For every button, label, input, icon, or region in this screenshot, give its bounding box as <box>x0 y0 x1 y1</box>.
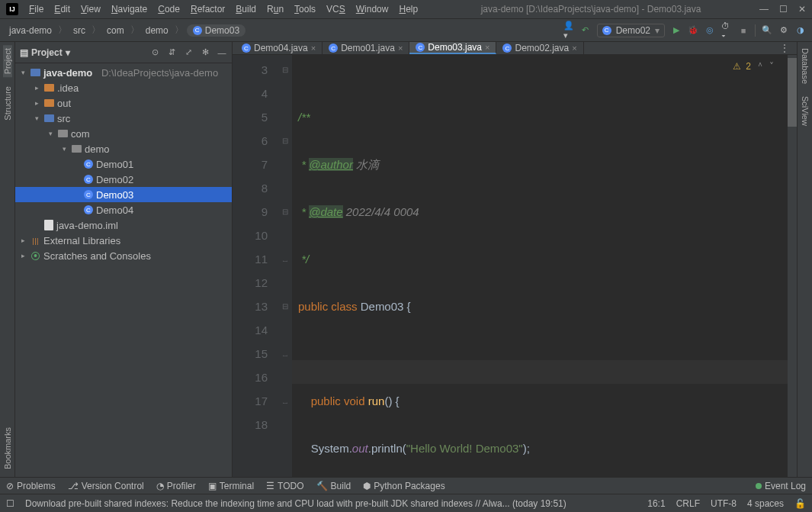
tree-file-demo02[interactable]: CDemo02 <box>15 172 232 187</box>
tabs-menu[interactable]: ⋮ <box>772 43 797 53</box>
run-config-selector[interactable]: CDemo02▾ <box>597 24 665 37</box>
tab-demo03[interactable]: CDemo03.java× <box>409 42 496 54</box>
tab-label: Demo03.java <box>428 42 482 53</box>
fold-marker[interactable]: ⎵ <box>278 389 292 413</box>
tree-file-demo04[interactable]: CDemo04 <box>15 202 232 217</box>
menu-window[interactable]: Window <box>351 2 393 16</box>
menu-build[interactable]: Build <box>231 2 261 16</box>
tree-file-demo01[interactable]: CDemo01 <box>15 156 232 172</box>
rail-sciview[interactable]: SciView <box>801 93 810 129</box>
tab-demo01[interactable]: CDemo01.java× <box>323 42 409 54</box>
tab-demo02[interactable]: CDemo02.java× <box>496 42 583 54</box>
navigation-bar: java-demo〉 src〉 com〉 demo〉 CDemo03 👤▾ ↶ … <box>0 19 812 42</box>
crumb-demo[interactable]: demo <box>143 24 172 37</box>
tab-demo04[interactable]: CDemo04.java× <box>236 42 323 54</box>
crumb-src[interactable]: src <box>70 24 88 37</box>
collapse-all-icon[interactable]: ⤢ <box>183 47 194 58</box>
readonly-icon[interactable]: 🔓 <box>794 498 806 509</box>
close-icon[interactable]: × <box>572 43 576 53</box>
maximize-button[interactable]: ☐ <box>779 4 788 14</box>
line-number: 10 <box>236 224 268 247</box>
fold-marker[interactable]: ⊟ <box>278 200 292 224</box>
tree-scratches[interactable]: ▸⦿Scratches and Consoles <box>15 248 232 263</box>
tool-problems[interactable]: ⊘Problems <box>6 481 56 491</box>
minimize-button[interactable]: — <box>759 4 769 14</box>
menu-edit[interactable]: Edit <box>50 2 75 16</box>
menu-help[interactable]: Help <box>394 2 422 16</box>
crumb-com[interactable]: com <box>104 24 127 37</box>
inspection-badge[interactable]: ⚠2＾˅ <box>733 60 774 72</box>
close-icon[interactable]: × <box>485 43 489 52</box>
panel-title[interactable]: ▤ Project ▾ <box>20 47 70 58</box>
select-opened-icon[interactable]: ⊙ <box>149 47 160 58</box>
close-icon[interactable]: × <box>311 43 316 53</box>
code-text: () { <box>384 394 399 407</box>
menu-code[interactable]: Code <box>153 2 185 16</box>
rail-project[interactable]: Project <box>3 45 12 77</box>
editor-scrollbar[interactable] <box>788 55 797 477</box>
fold-marker[interactable]: ⊟ <box>278 58 292 82</box>
tree-iml[interactable]: java-demo.iml <box>15 217 232 233</box>
crumb-class[interactable]: CDemo03 <box>187 24 246 37</box>
tool-build[interactable]: 🔨Build <box>316 481 351 491</box>
line-separator[interactable]: CRLF <box>676 498 700 509</box>
close-icon[interactable]: × <box>398 43 403 53</box>
close-button[interactable]: ✕ <box>798 4 806 14</box>
search-button[interactable]: 🔍 <box>762 25 772 36</box>
run-button[interactable]: ▶ <box>671 25 682 36</box>
stop-button[interactable]: ■ <box>738 25 749 36</box>
tool-event-log[interactable]: Event Log <box>756 481 806 491</box>
fold-marker[interactable]: ⊟ <box>278 295 292 318</box>
fold-marker[interactable]: ⎵ <box>278 247 292 271</box>
fold-marker[interactable]: ⊟ <box>278 129 292 153</box>
expand-all-icon[interactable]: ⇵ <box>166 47 177 58</box>
coverage-button[interactable]: ◎ <box>704 25 715 36</box>
status-menu-icon[interactable]: ☐ <box>6 498 14 509</box>
tree-demo[interactable]: ▾demo <box>15 141 232 156</box>
tree-out[interactable]: ▸out <box>15 95 232 111</box>
back-icon[interactable]: ↶ <box>580 25 591 36</box>
rail-structure[interactable]: Structure <box>3 83 12 124</box>
hide-panel-icon[interactable]: — <box>217 47 227 58</box>
menu-tools[interactable]: Tools <box>290 2 320 16</box>
terminal-icon: ▣ <box>208 481 217 491</box>
debug-button[interactable]: 🐞 <box>688 25 698 36</box>
tree-external-libraries[interactable]: ▸⫼External Libraries <box>15 233 232 248</box>
tool-label: Terminal <box>220 481 254 491</box>
tree-root-label: java-demo <box>43 67 92 79</box>
user-icon[interactable]: 👤▾ <box>563 25 574 36</box>
ide-updates-icon[interactable]: ◑ <box>795 25 806 36</box>
tool-todo[interactable]: ☰TODO <box>266 481 303 491</box>
menu-run[interactable]: Run <box>262 2 288 16</box>
profile-button[interactable]: ⏱▾ <box>721 25 732 36</box>
menu-refactor[interactable]: Refactor <box>186 2 229 16</box>
window-title: java-demo [D:\IdeaProjects\java-demo] - … <box>422 4 759 14</box>
code-editor[interactable]: 3 4 5 6 7 8 9 10 11 12 13 14 15 16 17 18… <box>233 55 797 477</box>
rail-database[interactable]: Database <box>801 45 810 87</box>
tree-com[interactable]: ▾com <box>15 126 232 141</box>
tree-root[interactable]: ▾java-demo D:\IdeaProjects\java-demo <box>15 65 232 80</box>
tree-idea[interactable]: ▸.idea <box>15 80 232 95</box>
menu-view[interactable]: View <box>76 2 105 16</box>
tool-version-control[interactable]: ⎇Version Control <box>68 481 144 491</box>
code-area[interactable]: /** * @author 水滴 * @date 2022/4/4 0004 *… <box>292 55 797 477</box>
settings-icon[interactable]: ✻ <box>200 47 210 58</box>
settings-button[interactable]: ⚙ <box>778 25 789 36</box>
menu-file[interactable]: File <box>24 2 48 16</box>
indent-setting[interactable]: 4 spaces <box>747 498 784 509</box>
rail-bookmarks[interactable]: Bookmarks <box>3 424 12 472</box>
status-message[interactable]: Download pre-built shared indexes: Reduc… <box>25 498 637 509</box>
menu-navigate[interactable]: Navigate <box>107 2 152 16</box>
tool-python-packages[interactable]: ⬢Python Packages <box>363 481 445 491</box>
menu-vcs[interactable]: VCS <box>322 2 350 16</box>
line-number: 13 <box>236 295 268 318</box>
fold-marker[interactable]: ⎵ <box>278 342 292 365</box>
caret-position[interactable]: 16:1 <box>647 498 665 509</box>
tool-profiler[interactable]: ◔Profiler <box>156 481 196 491</box>
tool-terminal[interactable]: ▣Terminal <box>208 481 254 491</box>
tree-file-demo03[interactable]: CDemo03 <box>15 187 232 202</box>
tree-src[interactable]: ▾src <box>15 111 232 126</box>
file-encoding[interactable]: UTF-8 <box>711 498 737 509</box>
crumb-root[interactable]: java-demo <box>6 24 55 37</box>
tree-label: Demo03 <box>96 189 133 201</box>
